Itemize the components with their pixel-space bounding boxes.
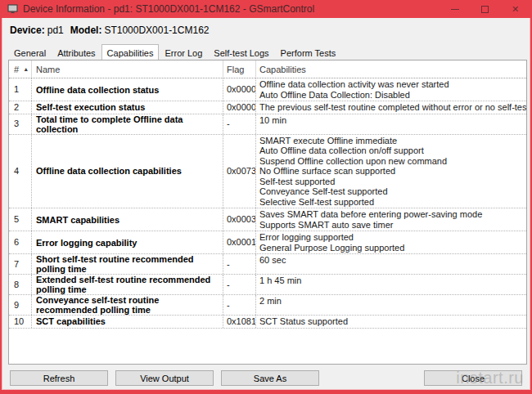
tab-self-test-logs[interactable]: Self-test Logs <box>208 46 274 60</box>
capability-line: Selective Self-test supported <box>259 197 527 208</box>
table-row[interactable]: 9Conveyance self-test routine recommende… <box>9 295 526 316</box>
row-capabilities: The previous self-test routine completed… <box>256 101 527 114</box>
row-number: 7 <box>9 254 32 274</box>
capability-line: SCT Status supported <box>259 316 527 327</box>
row-capabilities: 1 h 45 min <box>256 275 527 294</box>
capability-line: 1 h 45 min <box>259 275 527 286</box>
row-number: 1 <box>9 78 32 101</box>
row-name: Extended self-test routine recommended p… <box>32 275 223 294</box>
close-window-button[interactable]: ✕ <box>500 0 530 18</box>
capability-line: 10 min <box>259 115 527 126</box>
capability-line: SMART execute Offline immediate <box>259 136 527 146</box>
table-row[interactable]: 10SCT capabilities0x1081SCT Status suppo… <box>9 316 526 329</box>
maximize-button[interactable] <box>470 0 500 18</box>
table-row[interactable]: 1Offline data collection status0x0000Off… <box>9 78 526 101</box>
save-as-button[interactable]: Save As <box>221 370 319 386</box>
row-flag: 0x0073 <box>223 135 256 208</box>
row-name: Error logging capability <box>32 231 223 253</box>
row-name: Conveyance self-test routine recommended… <box>32 295 223 315</box>
row-flag: 0x0003 <box>223 208 256 231</box>
row-flag: 0x0000 <box>223 78 256 101</box>
device-information-window: Device Information - pd1: ST1000DX001-1C… <box>0 0 532 394</box>
row-name: SCT capabilities <box>32 316 223 328</box>
row-name: Offline data collection status <box>32 78 223 101</box>
row-flag: - <box>223 114 256 134</box>
tab-bar: GeneralAttributesCapabilitiesError LogSe… <box>8 44 524 60</box>
minimize-icon <box>451 9 459 10</box>
table-header: # ▲ Name Flag Capabilities <box>9 60 526 78</box>
row-number: 5 <box>9 208 32 231</box>
row-name: Short self-test routine recommended poll… <box>32 254 223 274</box>
tab-attributes[interactable]: Attributes <box>52 46 101 60</box>
button-row: Refresh View Output Save As Close <box>10 370 522 386</box>
capability-line: Supports SMART auto save timer <box>259 220 527 231</box>
capability-line: Conveyance Self-test supported <box>259 186 527 197</box>
row-name: Offline data collection capabilities <box>32 135 223 208</box>
capability-line: 2 min <box>259 296 527 307</box>
row-capabilities: SCT Status supported <box>256 316 527 328</box>
row-flag: - <box>223 275 256 294</box>
capability-line: Suspend Offline collection upon new comm… <box>259 156 527 167</box>
table-row[interactable]: 5SMART capabilities0x0003Saves SMART dat… <box>9 208 526 231</box>
row-capabilities: SMART execute Offline immediateAuto Offl… <box>256 135 527 208</box>
close-button[interactable]: Close <box>424 370 522 386</box>
column-header-name[interactable]: Name <box>32 60 223 78</box>
table-row[interactable]: 2Self-test execution status0x0000The pre… <box>9 101 526 114</box>
window-title: Device Information - pd1: ST1000DX001-1C… <box>23 3 440 15</box>
column-header-num[interactable]: # ▲ <box>9 60 32 78</box>
tab-error-log[interactable]: Error Log <box>159 46 208 60</box>
row-flag: - <box>223 295 256 315</box>
device-value: pd1 <box>47 25 64 36</box>
window-content: Device:pd1Model:ST1000DX001-1CM162 Gener… <box>2 18 530 390</box>
capability-line: The previous self-test routine completed… <box>259 102 527 113</box>
tab-perform-tests[interactable]: Perform Tests <box>275 46 342 60</box>
table-row[interactable]: 8Extended self-test routine recommended … <box>9 275 526 295</box>
titlebar[interactable]: Device Information - pd1: ST1000DX001-1C… <box>2 0 530 18</box>
sort-ascending-icon: ▲ <box>23 66 29 72</box>
row-capabilities: Error logging supportedGeneral Purpose L… <box>256 231 527 253</box>
row-capabilities: 10 min <box>256 114 527 134</box>
row-capabilities: 60 sec <box>256 254 527 274</box>
row-number: 2 <box>9 101 32 114</box>
tab-capabilities[interactable]: Capabilities <box>101 44 160 60</box>
row-number: 8 <box>9 275 32 294</box>
table-row[interactable]: 6Error logging capability0x0001Error log… <box>9 231 526 254</box>
row-capabilities: Offline data collection activity was nev… <box>256 78 527 101</box>
device-info-line: Device:pd1Model:ST1000DX001-1CM162 <box>10 25 530 38</box>
minimize-button[interactable] <box>440 0 470 18</box>
row-number: 4 <box>9 135 32 208</box>
row-number: 10 <box>9 316 32 328</box>
table-row[interactable]: 4Offline data collection capabilities0x0… <box>9 135 526 209</box>
capability-line: Auto Offline Data Collection: Disabled <box>259 90 527 101</box>
row-name: Self-test execution status <box>32 101 223 114</box>
row-capabilities: 2 min <box>256 295 527 315</box>
row-name: Total time to complete Offline data coll… <box>32 114 223 134</box>
maximize-icon <box>481 6 489 13</box>
column-header-flag[interactable]: Flag <box>223 60 256 78</box>
capability-line: No Offline surface scan supported <box>259 166 527 177</box>
table-row[interactable]: 3Total time to complete Offline data col… <box>9 114 526 135</box>
capability-line: Self-test supported <box>259 177 527 187</box>
capability-line: General Purpose Logging supported <box>259 243 527 253</box>
row-number: 6 <box>9 231 32 253</box>
app-icon <box>7 4 18 14</box>
row-flag: 0x0001 <box>223 231 256 253</box>
row-flag: - <box>223 254 256 274</box>
column-header-capabilities[interactable]: Capabilities <box>256 60 527 78</box>
row-capabilities: Saves SMART data before entering power-s… <box>256 208 527 231</box>
close-icon: ✕ <box>512 5 519 14</box>
row-flag: 0x0000 <box>223 101 256 114</box>
view-output-button[interactable]: View Output <box>115 370 214 386</box>
row-flag: 0x1081 <box>223 316 256 328</box>
capability-line: 60 sec <box>259 255 527 266</box>
refresh-button[interactable]: Refresh <box>10 370 108 386</box>
capability-line: Error logging supported <box>259 232 527 243</box>
device-label: Device: <box>10 25 45 36</box>
capability-line: Auto Offline data collection on/off supp… <box>259 146 527 156</box>
model-value: ST1000DX001-1CM162 <box>104 25 209 36</box>
capabilities-table: # ▲ Name Flag Capabilities 1Offline data… <box>8 60 527 365</box>
tab-general[interactable]: General <box>8 46 52 60</box>
table-row[interactable]: 7Short self-test routine recommended pol… <box>9 254 526 275</box>
row-name: SMART capabilities <box>32 208 223 231</box>
capability-line: Saves SMART data before entering power-s… <box>259 209 527 220</box>
